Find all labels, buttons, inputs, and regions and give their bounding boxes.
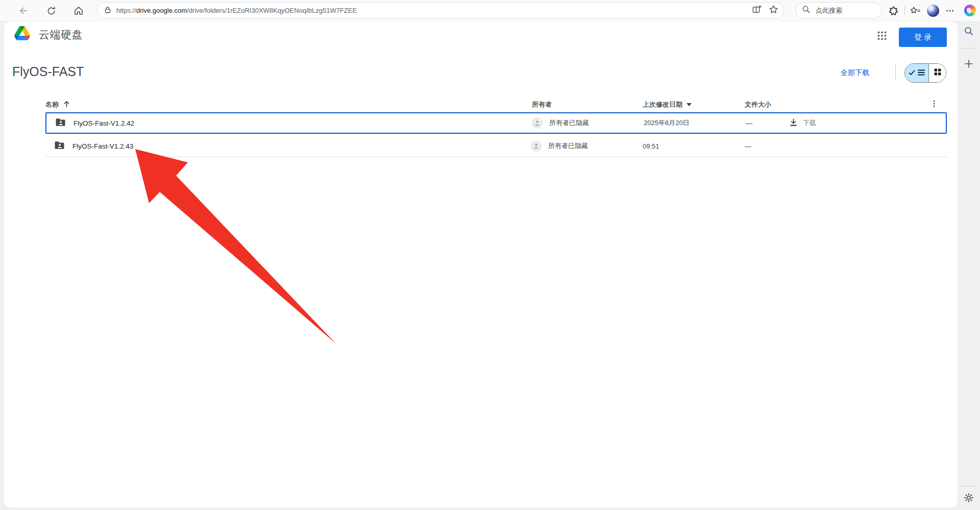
owner-avatar-icon — [532, 118, 543, 129]
download-label: 下载 — [803, 118, 816, 128]
shared-folder-icon — [55, 118, 66, 128]
column-size[interactable]: 文件大小 — [745, 100, 771, 109]
sidebar-settings-icon — [964, 493, 974, 505]
browser-menu-button[interactable] — [943, 4, 957, 18]
more-menu-icon — [945, 6, 954, 15]
lock-icon — [104, 6, 112, 16]
refresh-icon — [46, 6, 56, 16]
drive-logo — [14, 26, 30, 40]
back-icon — [18, 6, 29, 16]
refresh-button[interactable] — [44, 4, 58, 18]
file-row-selected[interactable]: FlyOS-Fast-V1.2.42 所有者已隐藏 2025年6月20日 — — [45, 112, 947, 134]
sidebar-add-button[interactable] — [961, 57, 976, 72]
search-icon — [802, 5, 811, 16]
sidebar-search-icon — [964, 26, 974, 38]
apps-grid-button[interactable] — [872, 27, 892, 47]
split-screen-icon[interactable] — [752, 5, 762, 16]
file-name[interactable]: FlyOS-Fast-V1.2.42 — [74, 119, 134, 127]
list-view-button[interactable] — [905, 64, 929, 82]
sidebar-settings-button[interactable] — [961, 491, 976, 506]
file-modified: 09:51 — [643, 142, 659, 150]
apps-grid-icon — [877, 31, 887, 42]
drive-app-title: 云端硬盘 — [39, 28, 83, 42]
toolbar-divider — [904, 6, 905, 15]
home-icon — [74, 6, 84, 16]
extensions-button[interactable] — [886, 4, 900, 18]
file-owner: 所有者已隐藏 — [548, 141, 588, 151]
profile-avatar[interactable] — [927, 5, 939, 17]
browser-window: https://drive.google.com/drive/folders/1… — [0, 0, 980, 510]
file-owner: 所有者已隐藏 — [549, 118, 589, 128]
sidebar-add-icon — [964, 59, 973, 70]
back-button[interactable] — [16, 4, 31, 18]
column-caret-icon — [687, 103, 692, 106]
drive-page: 云端硬盘 登录 FlyOS-FAST 全部下载 — [4, 21, 958, 507]
file-row[interactable]: FlyOS-Fast-V1.2.43 所有者已隐藏 09:51 — — [45, 135, 947, 157]
sidebar-divider — [961, 48, 975, 48]
column-modified[interactable]: 上次修改日期 — [643, 100, 692, 109]
header-divider — [895, 64, 896, 81]
file-size: — — [745, 142, 751, 150]
download-all-link[interactable]: 全部下载 — [841, 68, 869, 78]
signin-button[interactable]: 登录 — [899, 28, 947, 47]
favorites-hub-icon — [910, 6, 921, 16]
sidebar-search-button[interactable] — [961, 25, 976, 40]
download-button[interactable]: 下载 — [789, 118, 816, 128]
file-size: — — [746, 119, 752, 127]
browser-toolbar: https://drive.google.com/drive/folders/1… — [0, 0, 980, 21]
search-placeholder: 点此搜索 — [816, 6, 842, 15]
grid-view-button[interactable] — [929, 64, 946, 82]
page-title: FlyOS-FAST — [12, 64, 84, 79]
sidebar-divider — [961, 486, 975, 487]
quick-search-box[interactable]: 点此搜索 — [795, 2, 882, 19]
sort-ascending-icon[interactable] — [63, 100, 70, 109]
check-icon — [909, 68, 915, 78]
download-icon — [789, 118, 798, 128]
copilot-icon[interactable] — [964, 5, 976, 16]
table-overflow-menu[interactable] — [926, 96, 942, 112]
view-toggle — [904, 63, 946, 83]
edge-sidebar — [958, 21, 980, 510]
overflow-menu-icon — [930, 100, 938, 109]
shared-folder-icon — [54, 141, 65, 151]
file-table-header: 名称 所有者 上次修改日期 文件大小 — [4, 96, 958, 112]
address-bar[interactable]: https://drive.google.com/drive/folders/1… — [97, 2, 784, 19]
browser-content-area: 云端硬盘 登录 FlyOS-FAST 全部下载 — [0, 21, 980, 510]
column-name[interactable]: 名称 — [45, 100, 70, 109]
owner-avatar-icon — [531, 140, 542, 151]
home-button[interactable] — [71, 4, 86, 18]
list-view-icon — [918, 68, 925, 78]
grid-view-icon — [934, 68, 941, 78]
extensions-icon — [888, 6, 899, 16]
favorite-star-icon[interactable] — [769, 5, 778, 16]
url-text: https://drive.google.com/drive/folders/1… — [116, 7, 748, 14]
favorites-button[interactable] — [908, 4, 922, 18]
file-name[interactable]: FlyOS-Fast-V1.2.43 — [72, 142, 133, 150]
column-owner[interactable]: 所有者 — [532, 100, 552, 109]
file-modified: 2025年6月20日 — [644, 118, 690, 128]
